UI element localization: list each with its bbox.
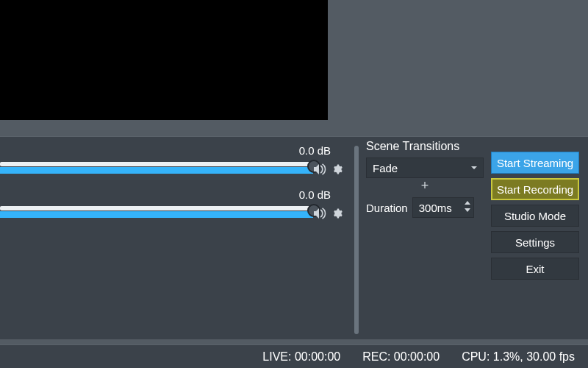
duration-spinner[interactable]: 300ms xyxy=(412,197,474,218)
volume-slider[interactable] xyxy=(0,162,313,174)
settings-button[interactable]: Settings xyxy=(491,231,579,253)
db-label: 0.0 dB xyxy=(299,144,331,157)
start-recording-button[interactable]: Start Recording xyxy=(491,178,579,200)
transition-select[interactable]: Fade xyxy=(366,158,484,178)
stepper-down-icon[interactable] xyxy=(464,207,471,213)
chevron-down-icon xyxy=(470,163,478,172)
add-transition-button[interactable]: + xyxy=(366,178,484,193)
audio-channel: 0.0 dB xyxy=(0,188,360,233)
scene-transitions-title: Scene Transitions xyxy=(366,140,487,153)
exit-button[interactable]: Exit xyxy=(491,258,579,280)
status-live: LIVE: 00:00:00 xyxy=(262,350,340,364)
transition-selected: Fade xyxy=(373,162,398,174)
db-label: 0.0 dB xyxy=(299,188,331,201)
volume-slider[interactable] xyxy=(0,206,313,218)
bottom-panel: 0.0 dB 0.0 dB xyxy=(0,136,588,339)
speaker-icon[interactable] xyxy=(313,208,326,219)
gear-icon[interactable] xyxy=(331,208,343,219)
controls-column: Start Streaming Start Recording Studio M… xyxy=(491,152,584,280)
studio-mode-button[interactable]: Studio Mode xyxy=(491,205,579,227)
stepper-up-icon[interactable] xyxy=(464,199,471,206)
preview-area xyxy=(0,0,588,129)
mixer-scrollbar[interactable] xyxy=(354,146,359,334)
start-streaming-button[interactable]: Start Streaming xyxy=(491,152,579,174)
status-rec: REC: 00:00:00 xyxy=(362,350,440,364)
duration-label: Duration xyxy=(366,202,408,214)
speaker-icon[interactable] xyxy=(313,163,326,175)
preview-canvas[interactable] xyxy=(0,0,328,120)
status-bar: LIVE: 00:00:00 REC: 00:00:00 CPU: 1.3%, … xyxy=(0,344,588,368)
status-cpu: CPU: 1.3%, 30.00 fps xyxy=(462,350,575,364)
audio-mixer: 0.0 dB 0.0 dB xyxy=(0,144,360,336)
scene-transitions: Scene Transitions Fade + Duration 300ms xyxy=(363,137,487,218)
gear-icon[interactable] xyxy=(331,163,343,175)
audio-channel: 0.0 dB xyxy=(0,144,360,188)
duration-value: 300ms xyxy=(419,202,452,214)
